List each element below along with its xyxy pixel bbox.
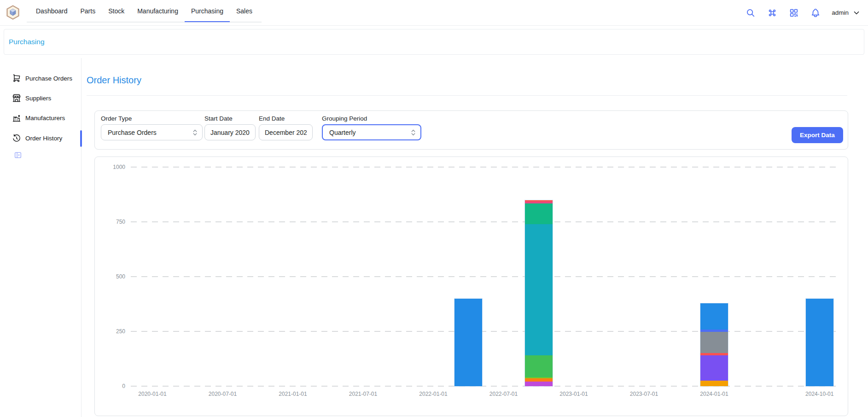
sidebar-item-label: Purchase Orders (25, 75, 72, 82)
select-chevrons-icon (411, 128, 416, 137)
sidebar-item-purchase-orders[interactable]: Purchase Orders (12, 70, 79, 86)
stacked-bar-2022-04-01 (454, 299, 482, 386)
order-type-select[interactable]: Purchase Orders (101, 124, 203, 140)
sidebar-active-indicator (80, 130, 82, 147)
bar-segment (525, 203, 553, 224)
bar-segment (700, 303, 728, 330)
scan-qr-icon[interactable] (788, 7, 799, 18)
sidebar-item-suppliers[interactable]: Suppliers (12, 90, 79, 106)
sidebar-divider (81, 58, 82, 417)
bar-segment (525, 378, 553, 382)
x-axis-tick: 2020-07-01 (195, 391, 250, 397)
building-factory-icon (12, 113, 21, 122)
grouping-period-value: Quarterly (329, 129, 356, 136)
app-root: { "header": { "tabs": [ {"label": "Dashb… (0, 0, 868, 417)
grid-line-250 (131, 331, 836, 332)
grid-line-750 (131, 221, 836, 222)
stacked-bar-2024-10-01 (806, 299, 833, 386)
end-date-label: End Date (259, 115, 313, 122)
tab-manufacturing[interactable]: Manufacturing (131, 0, 185, 22)
stacked-bar-2024-01-01 (700, 303, 728, 386)
command-icon[interactable] (767, 7, 778, 18)
username-label: admin (832, 9, 849, 16)
app-logo-icon[interactable] (6, 5, 20, 20)
bar-segment (700, 332, 728, 353)
y-axis-tick-500: 500 (95, 273, 125, 280)
notifications-bell-icon[interactable] (810, 7, 821, 18)
filter-card: Order Type Purchase Orders Start Date En… (94, 110, 848, 150)
user-menu[interactable]: admin (832, 9, 861, 17)
bar-segment (700, 355, 728, 381)
grid-line-1000 (131, 167, 836, 168)
start-date-field-wrap (204, 124, 256, 140)
sidebar-item-label: Order History (25, 135, 62, 142)
order-type-label: Order Type (101, 115, 203, 122)
x-axis-tick: 2023-07-01 (617, 391, 672, 397)
bar-segment (525, 224, 553, 356)
start-date-label: Start Date (204, 115, 256, 122)
tab-parts[interactable]: Parts (74, 0, 102, 22)
stacked-bar-2022-10-01 (525, 200, 553, 386)
order-history-chart-card: 025050075010002020-01-012020-07-012021-0… (94, 156, 848, 416)
x-axis-tick: 2024-10-01 (792, 391, 847, 397)
bar-segment (525, 355, 553, 377)
x-axis-tick: 2024-01-01 (687, 391, 742, 397)
y-axis-tick-250: 250 (95, 328, 125, 335)
building-store-icon (12, 93, 21, 103)
breadcrumb-purchasing[interactable]: Purchasing (9, 38, 45, 46)
sidebar-item-label: Manufacturers (25, 115, 65, 122)
x-axis-tick: 2022-07-01 (476, 391, 531, 397)
main-nav-tabs: Dashboard Parts Stock Manufacturing Purc… (27, 0, 262, 23)
chevron-down-icon (852, 9, 861, 17)
tab-stock[interactable]: Stock (102, 0, 131, 22)
export-data-button[interactable]: Export Data (792, 127, 843, 143)
grouping-period-label: Grouping Period (322, 115, 421, 122)
x-axis-tick: 2021-07-01 (336, 391, 391, 397)
history-icon (12, 133, 21, 143)
select-chevrons-icon (192, 128, 198, 137)
order-type-value: Purchase Orders (108, 129, 157, 136)
x-axis-tick: 2023-01-01 (546, 391, 601, 397)
page-title: Order History (87, 75, 141, 86)
sidebar-item-manufacturers[interactable]: Manufacturers (12, 110, 79, 126)
tab-purchasing[interactable]: Purchasing (185, 0, 230, 22)
end-date-input[interactable] (259, 129, 312, 136)
sidebar-item-order-history[interactable]: Order History (12, 130, 79, 146)
top-header: Dashboard Parts Stock Manufacturing Purc… (0, 0, 868, 26)
breadcrumb-bar: Purchasing (4, 29, 864, 55)
sidebar-item-label: Suppliers (25, 95, 51, 102)
x-axis-tick: 2021-01-01 (265, 391, 320, 397)
bar-segment (806, 299, 833, 386)
start-date-input[interactable] (205, 129, 255, 136)
end-date-field-wrap (259, 124, 313, 140)
x-axis-tick: 2020-01-01 (125, 391, 180, 397)
grid-line-500 (131, 276, 836, 277)
grid-line-0 (131, 386, 836, 387)
x-axis-tick: 2022-01-01 (406, 391, 461, 397)
y-axis-tick-750: 750 (95, 219, 125, 225)
chart-plot: 025050075010002020-01-012020-07-012021-0… (95, 157, 848, 416)
title-divider (87, 95, 847, 96)
shopping-cart-icon (12, 74, 21, 83)
tab-sales[interactable]: Sales (230, 0, 259, 22)
bar-segment (700, 381, 728, 386)
collapse-sidebar-icon[interactable] (14, 151, 22, 159)
tab-dashboard[interactable]: Dashboard (29, 0, 74, 22)
header-actions: admin (745, 0, 861, 25)
search-icon[interactable] (745, 7, 756, 18)
y-axis-tick-0: 0 (95, 383, 125, 389)
bar-segment (525, 382, 553, 386)
bar-segment (454, 299, 482, 386)
grouping-period-select[interactable]: Quarterly (322, 124, 421, 140)
y-axis-tick-1000: 1000 (95, 164, 125, 170)
